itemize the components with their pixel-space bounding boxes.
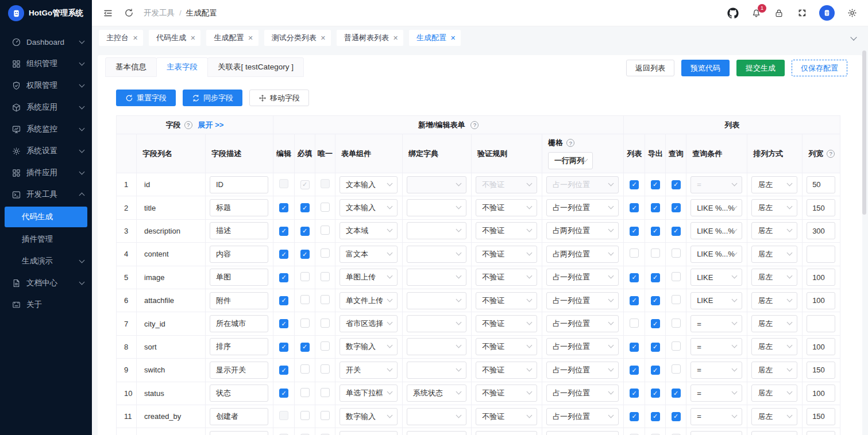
align-select[interactable]: 居左 xyxy=(751,222,797,239)
edit-checkbox[interactable]: ✓ xyxy=(279,296,288,305)
export-checkbox[interactable]: ✓ xyxy=(651,296,660,305)
required-checkbox[interactable]: ✓ xyxy=(300,343,310,352)
align-select[interactable]: 居左 xyxy=(751,246,797,263)
dict-select[interactable] xyxy=(407,199,466,216)
query-cond-select[interactable]: LIKE %...% xyxy=(690,199,742,216)
grid-select[interactable]: 占一列位置 xyxy=(546,384,619,402)
export-checkbox[interactable]: ✓ xyxy=(651,412,660,421)
validate-select[interactable]: 不验证 xyxy=(476,315,537,332)
component-select[interactable]: 数字输入 xyxy=(340,338,398,355)
grid-select[interactable]: 占一列位置 xyxy=(546,338,619,355)
component-select[interactable]: 文本域 xyxy=(340,222,398,239)
sidebar-item-docs[interactable]: 文档中心 xyxy=(0,272,92,294)
config-tab-2[interactable]: 关联表[ testCategory ] xyxy=(207,57,304,77)
dict-select[interactable] xyxy=(407,408,466,425)
required-checkbox[interactable] xyxy=(300,411,310,420)
validate-select[interactable]: 不验证 xyxy=(476,384,537,402)
validate-select[interactable]: 不验证 xyxy=(476,338,537,355)
width-input[interactable] xyxy=(807,246,835,263)
width-input[interactable] xyxy=(807,269,835,286)
query-cond-select[interactable]: LIKE xyxy=(690,292,742,309)
field-desc-input[interactable] xyxy=(210,246,268,263)
component-select[interactable]: 省市区选择 xyxy=(340,315,398,332)
width-input[interactable] xyxy=(807,222,835,239)
query-checkbox[interactable] xyxy=(672,295,681,304)
dict-select[interactable] xyxy=(407,431,466,435)
config-tab-1[interactable]: 主表字段 xyxy=(156,57,208,77)
component-select[interactable]: 单选下拉框 xyxy=(340,384,398,402)
sidebar-item-dashboard[interactable]: Dashboard xyxy=(0,31,92,53)
required-checkbox[interactable]: ✓ xyxy=(300,227,310,236)
grid-select[interactable]: 占一列位置 xyxy=(546,315,619,332)
edit-checkbox[interactable]: ✓ xyxy=(279,389,288,398)
required-checkbox[interactable] xyxy=(300,272,310,281)
width-input[interactable] xyxy=(807,176,835,193)
dict-select[interactable] xyxy=(407,315,466,332)
page-tab-5[interactable]: 生成配置✕ xyxy=(409,30,461,46)
required-checkbox[interactable] xyxy=(300,388,310,397)
list-checkbox[interactable]: ✓ xyxy=(630,389,639,398)
component-select[interactable]: 富文本 xyxy=(340,246,398,263)
align-select[interactable]: 居左 xyxy=(751,384,797,402)
list-checkbox[interactable]: ✓ xyxy=(630,180,639,189)
query-checkbox[interactable] xyxy=(672,341,681,351)
field-desc-input[interactable] xyxy=(210,338,268,355)
expand-link[interactable]: 展开 >> xyxy=(198,120,224,130)
align-select[interactable]: 居左 xyxy=(751,292,797,309)
reset-fields-button[interactable]: 重置字段 xyxy=(116,90,176,106)
export-checkbox[interactable]: ✓ xyxy=(651,203,660,212)
list-checkbox[interactable] xyxy=(630,319,639,328)
query-checkbox[interactable]: ✓ xyxy=(672,389,681,398)
validate-select[interactable]: 不验证 xyxy=(476,362,537,379)
github-icon[interactable] xyxy=(727,7,739,19)
validate-select[interactable]: 不验证 xyxy=(476,246,537,263)
required-checkbox[interactable]: ✓ xyxy=(300,250,310,259)
validate-select[interactable]: 不验证 xyxy=(476,408,537,425)
grid-select[interactable]: 占一列位置 xyxy=(546,199,619,216)
close-icon[interactable]: ✕ xyxy=(321,34,326,42)
edit-checkbox[interactable]: ✓ xyxy=(279,250,288,259)
field-desc-input[interactable] xyxy=(210,431,268,435)
unique-checkbox[interactable] xyxy=(321,319,330,328)
required-checkbox[interactable] xyxy=(300,364,310,374)
sidebar-item-settings[interactable]: 系统设置 xyxy=(0,140,92,162)
page-tab-4[interactable]: 普通树表列表✕ xyxy=(337,30,403,46)
help-icon[interactable]: ? xyxy=(566,139,574,147)
required-checkbox[interactable]: ✓ xyxy=(300,180,310,189)
grid-select[interactable]: 占一列位置 xyxy=(546,292,619,309)
component-select[interactable]: 数字输入 xyxy=(340,408,398,425)
export-checkbox[interactable]: ✓ xyxy=(651,180,660,189)
sidebar-item-devtools[interactable]: 开发工具 xyxy=(0,184,92,205)
page-tab-2[interactable]: 生成配置✕ xyxy=(206,30,258,46)
lock-icon[interactable] xyxy=(773,7,785,19)
width-input[interactable] xyxy=(807,408,835,425)
field-desc-input[interactable] xyxy=(210,408,268,425)
grid-select[interactable] xyxy=(546,431,619,435)
dict-select[interactable] xyxy=(407,269,466,286)
required-checkbox[interactable]: ✓ xyxy=(300,203,310,212)
list-checkbox[interactable]: ✓ xyxy=(630,296,639,305)
page-tab-1[interactable]: 代码生成✕ xyxy=(149,30,200,46)
unique-checkbox[interactable] xyxy=(321,341,330,351)
grid-select[interactable]: 占两列位置 xyxy=(546,222,619,239)
dict-select[interactable] xyxy=(407,176,466,193)
component-select[interactable] xyxy=(340,431,398,435)
field-desc-input[interactable] xyxy=(210,269,268,286)
query-checkbox[interactable] xyxy=(672,364,681,374)
dict-select[interactable] xyxy=(407,222,466,239)
sidebar-item-plugins[interactable]: 插件应用 xyxy=(0,162,92,184)
export-checkbox[interactable]: ✓ xyxy=(651,343,660,352)
edit-checkbox[interactable]: ✓ xyxy=(279,273,288,282)
field-desc-input[interactable] xyxy=(210,292,268,309)
validate-select[interactable]: 不验证 xyxy=(476,199,537,216)
width-input[interactable] xyxy=(807,292,835,309)
sidebar-item-about[interactable]: 关于 xyxy=(0,294,92,316)
close-icon[interactable]: ✕ xyxy=(393,34,398,42)
unique-checkbox[interactable] xyxy=(321,411,330,420)
export-checkbox[interactable] xyxy=(651,248,660,258)
export-checkbox[interactable]: ✓ xyxy=(651,389,660,398)
move-fields-button[interactable]: 移动字段 xyxy=(249,90,309,106)
help-icon[interactable]: ? xyxy=(470,121,479,129)
fullscreen-icon[interactable] xyxy=(796,7,808,19)
settings-gear-icon[interactable] xyxy=(846,7,858,19)
